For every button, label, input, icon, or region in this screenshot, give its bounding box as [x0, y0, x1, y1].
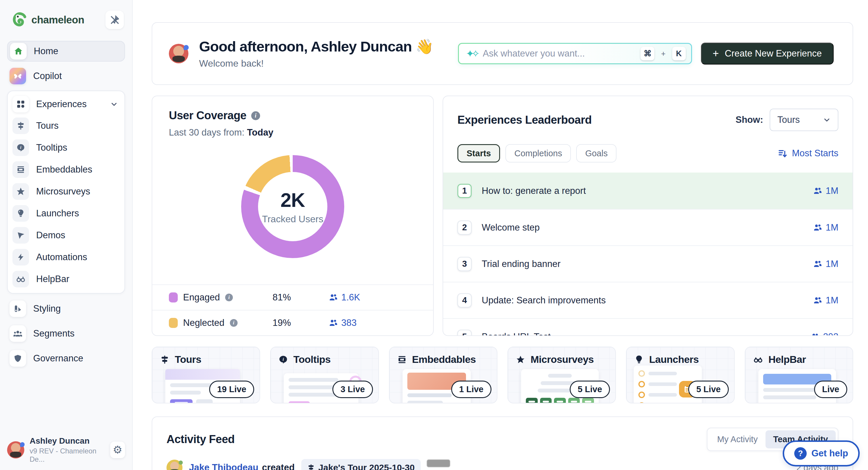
leaderboard-row[interactable]: 4 Update: Search improvements 1M: [443, 282, 852, 318]
info-icon[interactable]: i: [230, 319, 238, 327]
users-icon: [813, 187, 822, 195]
activity-actor-link[interactable]: Jake Thibodeau: [189, 462, 258, 470]
sidebar-item-label: Launchers: [36, 208, 79, 219]
quick-card-launchers[interactable]: Launchers 5 Live: [626, 346, 734, 403]
quick-card-microsurveys[interactable]: Microsurveys 5 Live: [507, 346, 616, 403]
tooltip-bubble-icon: i: [278, 355, 288, 364]
activity-target-chip[interactable]: Jake's Tour 2025-10-30: [301, 459, 421, 470]
quick-card-helpbar[interactable]: HelpBar Live: [745, 346, 853, 403]
chevron-down-icon[interactable]: [110, 100, 118, 108]
sidebar-item-demos[interactable]: Demos: [10, 224, 122, 246]
sidebar-item-label: Tooltips: [36, 142, 67, 153]
get-help-button[interactable]: ? Get help: [783, 440, 860, 466]
live-count-pill: 5 Live: [688, 381, 728, 398]
card-title: Activity Feed: [166, 433, 235, 446]
sort-most-starts[interactable]: Most Starts: [778, 148, 838, 159]
quick-card-tours[interactable]: Tours 19 Live: [152, 346, 260, 403]
starts-count: 1M: [813, 259, 838, 269]
users-icon: [810, 333, 819, 336]
binoculars-icon: [12, 271, 29, 288]
users-icon: [813, 297, 822, 304]
sidebar-item-label: Embeddables: [36, 164, 92, 175]
question-mark-icon: ?: [794, 447, 807, 460]
neglected-color-dot: [169, 318, 178, 328]
butterfly-icon: [9, 68, 26, 85]
starts-count: 1M: [813, 186, 838, 196]
coverage-donut-chart: 2K Tracked Users: [241, 155, 344, 258]
sidebar-item-copilot[interactable]: Copilot: [7, 66, 125, 87]
info-icon[interactable]: i: [251, 111, 260, 120]
sidebar-item-label: Governance: [33, 353, 83, 364]
grid-icon: [12, 96, 29, 112]
workspace-name: v9 REV - Chameleon De...: [30, 447, 105, 464]
info-icon[interactable]: i: [225, 294, 233, 301]
signpost-icon: [12, 118, 29, 134]
leaderboard-row[interactable]: 3 Trial ending banner 1M: [443, 245, 852, 282]
sidebar-item-helpbar[interactable]: HelpBar: [10, 268, 122, 290]
legend-row-neglected: Neglected i 19% 383: [152, 310, 433, 335]
embeddable-icon: [12, 161, 29, 178]
users-icon: [329, 294, 338, 301]
brand[interactable]: chameleon: [12, 12, 84, 28]
card-title: Experiences Leaderboard: [457, 114, 592, 126]
sidebar-item-segments[interactable]: Segments: [7, 323, 125, 344]
sidebar-item-experiences[interactable]: Experiences: [10, 94, 122, 115]
lightbulb-icon: [634, 355, 644, 364]
plus-separator: +: [661, 49, 665, 58]
sidebar-item-label: Demos: [36, 230, 65, 241]
rank-badge: 1: [457, 184, 472, 198]
engaged-count[interactable]: 1.6K: [329, 292, 416, 303]
scroll-handle[interactable]: [427, 459, 450, 467]
sidebar-item-tooltips[interactable]: i Tooltips: [10, 137, 122, 159]
brand-name: chameleon: [31, 14, 84, 26]
unpin-sidebar-button[interactable]: [105, 11, 124, 29]
sidebar-item-governance[interactable]: Governance: [7, 348, 125, 369]
leaderboard-row[interactable]: 1 How to: generate a report 1M: [443, 173, 852, 209]
binoculars-icon: [753, 355, 763, 364]
sidebar-item-home[interactable]: Home: [7, 41, 125, 62]
signpost-icon: [160, 355, 169, 364]
pin-slash-icon: [110, 15, 120, 25]
sidebar-item-embeddables[interactable]: Embeddables: [10, 159, 122, 180]
create-new-experience-button[interactable]: + Create New Experience: [701, 43, 834, 65]
tooltip-bubble-icon: i: [12, 139, 29, 156]
show-select[interactable]: Tours: [770, 109, 838, 131]
rank-badge: 3: [457, 257, 472, 271]
settings-button[interactable]: ⚙: [110, 442, 125, 458]
neglected-count[interactable]: 383: [329, 317, 416, 328]
leaderboard-row[interactable]: 5 Boards URL Test 292: [443, 318, 852, 336]
sidebar-item-label: Styling: [33, 303, 61, 314]
sidebar-item-label: Copilot: [33, 71, 62, 81]
show-label: Show:: [736, 114, 763, 125]
sidebar-item-launchers[interactable]: Launchers: [10, 202, 122, 224]
chevron-down-icon: [823, 116, 831, 124]
ask-input[interactable]: [483, 48, 635, 59]
live-count-pill: 1 Live: [451, 381, 492, 398]
user-menu[interactable]: Ashley Duncan v9 REV - Chameleon De... ⚙: [7, 436, 125, 464]
leaderboard-row[interactable]: 2 Welcome step 1M: [443, 209, 852, 245]
ask-ai-input-box[interactable]: ✦✧ ⌘ + K: [458, 43, 692, 64]
tab-goals[interactable]: Goals: [576, 144, 617, 163]
quick-card-tooltips[interactable]: i Tooltips 3 Live: [270, 346, 379, 403]
sidebar-item-tours[interactable]: Tours: [10, 115, 122, 137]
tab-starts[interactable]: Starts: [457, 144, 500, 163]
sidebar-item-automations[interactable]: Automations: [10, 246, 122, 268]
sidebar-item-label: HelpBar: [36, 274, 69, 284]
tracked-users-value: 2K: [281, 189, 305, 211]
wave-emoji: 👋: [415, 38, 433, 55]
greeting-title: Good afternoon, Ashley Duncan 👋: [199, 38, 433, 55]
sidebar-item-label: Experiences: [36, 99, 87, 109]
shield-icon: [9, 350, 26, 367]
engaged-percent: 81%: [273, 292, 329, 303]
sparkles-icon: ✦✧: [466, 48, 477, 60]
people-icon: [9, 325, 26, 342]
tab-my-activity[interactable]: My Activity: [710, 430, 766, 448]
activity-row[interactable]: Jake Thibodeau created Jake's Tour 2025-…: [166, 459, 838, 470]
tab-completions[interactable]: Completions: [505, 144, 571, 163]
quick-card-embeddables[interactable]: Embeddables 1 Live: [389, 346, 497, 403]
plus-icon: +: [713, 47, 719, 60]
sidebar-item-styling[interactable]: Styling: [7, 298, 125, 319]
experiences-group: Experiences Tours i Tooltips: [7, 91, 125, 294]
sidebar-item-microsurveys[interactable]: Microsurveys: [10, 180, 122, 202]
cursor-icon: [12, 227, 29, 243]
